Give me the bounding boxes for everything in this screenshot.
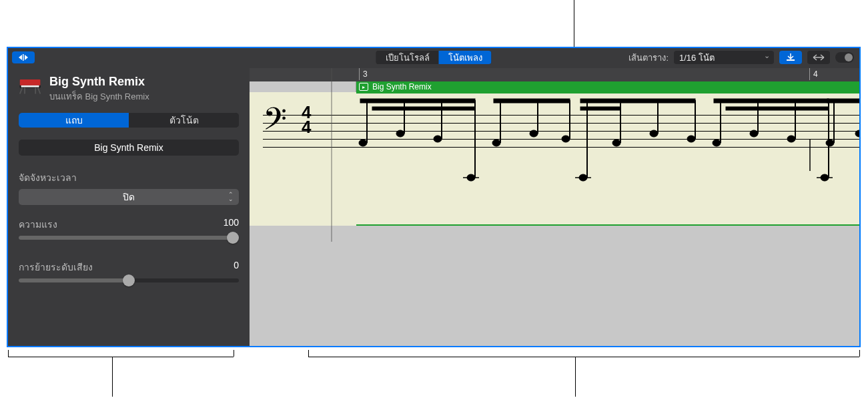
svg-rect-0 xyxy=(23,54,24,61)
region-play-icon: ▸ xyxy=(359,83,368,91)
strength-label: ความแรง xyxy=(19,217,57,232)
quantize-value: ปิด xyxy=(123,190,135,204)
view-mode-segmented: เปียโนโรลล์ โน้ตเพลง xyxy=(376,51,492,64)
inspector-tab-notes[interactable]: ตัวโน้ต xyxy=(129,113,239,128)
svg-rect-10 xyxy=(372,107,475,110)
svg-rect-1 xyxy=(787,59,795,61)
transpose-value: 0 xyxy=(234,260,239,274)
svg-point-15 xyxy=(434,136,442,142)
toolbar-right-group: เส้นตาราง: 1/16 โน้ต xyxy=(628,51,854,65)
region-header-name: Big Synth Remix xyxy=(372,82,432,91)
bass-clef-icon: 𝄢 xyxy=(263,102,287,145)
strength-value: 100 xyxy=(224,217,239,232)
time-signature: 4 4 xyxy=(302,105,311,134)
grid-select[interactable]: 1/16 โน้ต xyxy=(674,51,774,64)
callout-line-top xyxy=(574,0,574,47)
region-name-field[interactable]: Big Synth Remix xyxy=(19,140,239,156)
slider-thumb xyxy=(123,274,135,286)
callout-line-inspector xyxy=(112,357,113,397)
svg-rect-50 xyxy=(827,99,861,103)
callout-line-score xyxy=(575,357,576,397)
svg-rect-9 xyxy=(360,99,475,103)
svg-point-34 xyxy=(650,130,658,137)
svg-point-51 xyxy=(826,140,834,146)
region-title: Big Synth Remix xyxy=(49,75,149,89)
callout-bracket-inspector xyxy=(234,350,234,357)
catch-playhead-button[interactable] xyxy=(12,51,35,63)
time-sig-denominator: 4 xyxy=(302,120,311,134)
ruler-bar-marker: 3 xyxy=(363,69,368,79)
svg-line-5 xyxy=(20,88,23,94)
svg-rect-39 xyxy=(726,107,829,110)
grid-select-value: 1/16 โน้ต xyxy=(679,51,715,65)
region-header: Big Synth Remix บนแทร็ค Big Synth Remix xyxy=(19,75,239,104)
transpose-label: การย้ายระดับเสียง xyxy=(19,260,93,274)
view-score-tab[interactable]: โน้ตเพลง xyxy=(439,51,492,64)
inspector-tab-region[interactable]: แถบ xyxy=(19,113,129,128)
grid-label: เส้นตาราง: xyxy=(628,51,669,65)
region-subtitle: บนแทร็ค Big Synth Remix xyxy=(49,89,149,104)
svg-point-42 xyxy=(750,130,758,137)
score-editor-window: Big Synth Remix บนแทร็ค Big Synth Remix … xyxy=(7,47,861,347)
svg-point-44 xyxy=(787,136,795,142)
svg-point-32 xyxy=(612,140,620,146)
svg-point-21 xyxy=(492,140,500,146)
bar-ruler[interactable]: 3 4 xyxy=(250,68,859,81)
editor-toolbar: เปียโนโรลล์ โน้ตเพลง เส้นตาราง: 1/16 โน้… xyxy=(7,47,861,67)
transpose-slider[interactable] xyxy=(19,278,239,282)
callout-bracket-inspector xyxy=(8,350,9,357)
horizontal-arrows-icon xyxy=(813,54,825,61)
toggle-knob xyxy=(845,53,853,61)
svg-point-11 xyxy=(359,140,367,146)
midi-in-button[interactable] xyxy=(779,51,802,64)
keyboard-instrument-icon xyxy=(19,75,43,95)
svg-point-13 xyxy=(396,130,404,137)
view-pianoroll-tab[interactable]: เปียโนโรลล์ xyxy=(376,51,439,64)
svg-rect-20 xyxy=(494,99,570,103)
playhead[interactable] xyxy=(331,68,332,242)
svg-point-36 xyxy=(687,136,695,142)
region-name-value: Big Synth Remix xyxy=(94,142,163,153)
svg-point-53 xyxy=(855,130,861,137)
svg-rect-27 xyxy=(580,99,695,103)
callout-bracket-score xyxy=(859,350,860,357)
callout-bracket-score xyxy=(308,357,859,357)
auto-zoom-toggle[interactable] xyxy=(835,52,854,63)
svg-point-40 xyxy=(713,140,721,146)
callout-bracket-score xyxy=(308,350,309,357)
playhead-catch-icon xyxy=(17,53,29,61)
quantize-label: จัดจังหวะเวลา xyxy=(19,170,239,185)
musical-notes xyxy=(356,92,861,226)
svg-rect-2 xyxy=(20,79,41,85)
svg-line-6 xyxy=(38,88,41,94)
inspector-tab-segmented: แถบ ตัวโน้ต xyxy=(19,113,239,128)
midi-in-icon xyxy=(785,53,796,62)
quantize-dropdown[interactable]: ปิด xyxy=(19,189,239,205)
ruler-bar-marker: 4 xyxy=(813,69,818,79)
slider-thumb xyxy=(227,232,239,244)
horizontal-zoom-button[interactable] xyxy=(807,51,830,64)
midi-region-header[interactable]: ▸ Big Synth Remix xyxy=(356,81,859,92)
svg-point-23 xyxy=(530,130,538,137)
callout-bracket-inspector xyxy=(8,357,234,357)
score-display-area: 3 4 ▸ Big Synth Remix 𝄢 4 4 xyxy=(250,68,859,346)
transpose-row: การย้ายระดับเสียง 0 xyxy=(19,260,239,274)
strength-slider[interactable] xyxy=(19,236,239,240)
region-inspector-panel: Big Synth Remix บนแทร็ค Big Synth Remix … xyxy=(8,48,250,346)
svg-point-25 xyxy=(562,136,570,142)
svg-rect-38 xyxy=(714,99,829,103)
svg-rect-4 xyxy=(21,85,39,87)
strength-row: ความแรง 100 xyxy=(19,217,239,232)
